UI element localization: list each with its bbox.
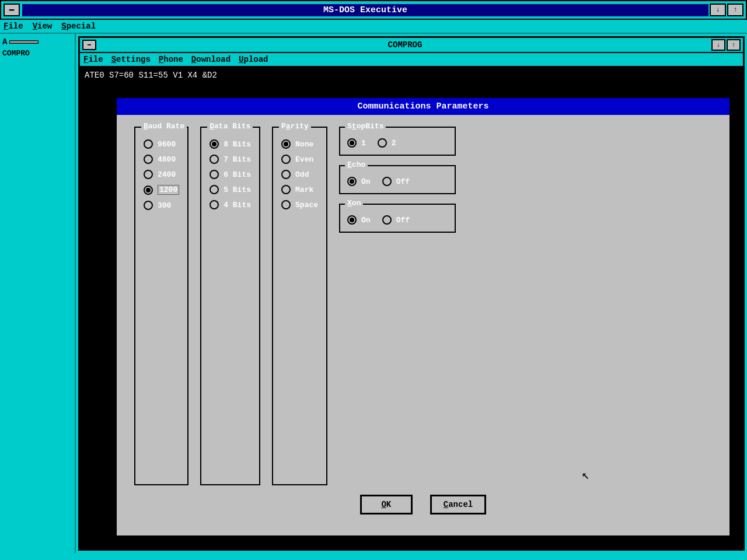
xon-off-radio[interactable] [382, 215, 392, 225]
bits-4[interactable]: 4 Bits [210, 200, 251, 209]
scroll-up-button[interactable]: ↑ [727, 4, 743, 16]
baud-9600-label: 9600 [158, 140, 176, 149]
bits-5-label: 5 Bits [224, 186, 251, 194]
bits-6[interactable]: 6 Bits [210, 170, 251, 179]
parity-space-radio[interactable] [281, 200, 291, 209]
xon-on-label: On [361, 216, 371, 225]
scroll-down-button[interactable]: ↓ [710, 4, 726, 16]
bits-7-label: 7 Bits [224, 155, 251, 164]
xon-on-radio[interactable] [347, 215, 357, 225]
baud-2400[interactable]: 2400 [144, 170, 179, 179]
sub-menu-phone[interactable]: Phone [159, 55, 183, 64]
baud-4800[interactable]: 4800 [144, 155, 179, 164]
sub-system-menu-button[interactable]: ━ [82, 40, 96, 50]
down-arrow-icon: ↓ [715, 6, 720, 14]
sub-scroll-down[interactable]: ↓ [711, 39, 725, 51]
stopbits-1-label: 1 [361, 139, 366, 148]
baud-9600[interactable]: 9600 [144, 139, 179, 149]
parity-odd-radio[interactable] [281, 170, 291, 179]
communications-dialog: Communications Parameters Baud Rate 9600 [115, 96, 731, 537]
bits-7[interactable]: 7 Bits [210, 155, 251, 164]
baud-2400-radio[interactable] [144, 170, 153, 179]
data-bits-label: Data Bits [207, 122, 253, 131]
parity-even[interactable]: Even [281, 155, 318, 164]
bits-7-radio[interactable] [210, 155, 219, 164]
system-menu-button[interactable]: ━ [4, 4, 20, 16]
bits-5-radio[interactable] [210, 185, 219, 194]
parity-none[interactable]: None [281, 139, 318, 149]
parity-none-label: None [295, 140, 313, 149]
app-title: MS-DOS Executive [22, 4, 708, 16]
stopbits-2[interactable]: 2 [378, 138, 396, 148]
sub-scroll-buttons: ↓ ↑ [711, 39, 741, 51]
sidebar: A COMPRO [0, 34, 76, 553]
echo-on-label: On [361, 177, 371, 186]
sub-menu-file[interactable]: File [83, 55, 103, 64]
sub-menu-settings[interactable]: Settings [111, 55, 151, 64]
dialog-body: Baud Rate 9600 4800 2400 [117, 115, 729, 536]
bits-4-radio[interactable] [210, 200, 219, 209]
dialog-footer: OK Cancel [134, 485, 712, 524]
title-bar: ━ MS-DOS Executive ↓ ↑ [0, 0, 747, 20]
baud-300-radio[interactable] [144, 201, 153, 210]
sub-menu-download[interactable]: Download [191, 55, 231, 64]
parity-odd-label: Odd [295, 170, 309, 179]
sub-menu-upload[interactable]: Upload [239, 55, 268, 64]
baud-9600-radio[interactable] [144, 139, 153, 149]
parity-label: Parity [279, 122, 311, 131]
bits-8[interactable]: 8 Bits [210, 139, 251, 149]
menu-special[interactable]: Special [61, 22, 96, 31]
parity-space[interactable]: Space [281, 200, 318, 209]
parity-none-radio[interactable] [281, 139, 291, 149]
parity-mark[interactable]: Mark [281, 185, 318, 194]
stopbits-2-label: 2 [392, 139, 396, 148]
parity-group: Parity None Even Odd [272, 127, 327, 485]
xon-off[interactable]: Off [382, 215, 410, 225]
current-dir: COMPRO [2, 49, 72, 58]
stopbits-options: 1 2 [347, 138, 448, 148]
ok-button[interactable]: OK [360, 495, 413, 514]
stopbits-2-radio[interactable] [378, 138, 387, 148]
command-line: ATE0 S7=60 S11=55 V1 X4 &D2 [85, 71, 738, 80]
bits-6-label: 6 Bits [224, 170, 251, 179]
echo-label: Echo [345, 160, 368, 169]
bits-8-radio[interactable] [210, 139, 219, 149]
bits-8-label: 8 Bits [224, 140, 251, 149]
baud-1200-radio[interactable] [144, 186, 153, 195]
echo-on-radio[interactable] [347, 177, 357, 186]
echo-off[interactable]: Off [382, 177, 410, 186]
comprog-window: ━ COMPROG ↓ ↑ File Settings Phone Downlo… [78, 36, 745, 551]
right-column: StopBits 1 2 [339, 127, 456, 485]
xon-on[interactable]: On [347, 215, 371, 225]
echo-off-radio[interactable] [382, 177, 392, 186]
stopbits-1-radio[interactable] [347, 138, 357, 148]
sub-sys-icon: ━ [88, 41, 91, 48]
sub-scroll-up[interactable]: ↑ [727, 39, 741, 51]
baud-4800-label: 4800 [158, 155, 176, 164]
sub-window-title: COMPROG [99, 40, 711, 50]
bits-6-radio[interactable] [210, 170, 219, 179]
system-menu-icon: ━ [9, 5, 14, 15]
xon-label: Xon [345, 199, 363, 208]
baud-2400-label: 2400 [158, 170, 176, 179]
baud-300[interactable]: 300 [144, 201, 179, 210]
parity-odd[interactable]: Odd [281, 170, 318, 179]
drive-label: A [2, 37, 7, 47]
stopbits-1[interactable]: 1 [347, 138, 366, 148]
baud-1200[interactable]: 1200 [144, 185, 179, 195]
xon-group: Xon On Off [339, 204, 456, 233]
baud-rate-group: Baud Rate 9600 4800 2400 [134, 127, 189, 485]
parity-mark-label: Mark [295, 186, 313, 194]
baud-rate-label: Baud Rate [141, 122, 187, 131]
data-bits-group: Data Bits 8 Bits 7 Bits 6 [200, 127, 260, 485]
parity-mark-radio[interactable] [281, 185, 291, 194]
echo-on[interactable]: On [347, 177, 371, 186]
baud-4800-radio[interactable] [144, 155, 153, 164]
menu-file[interactable]: File [4, 22, 23, 31]
baud-300-label: 300 [158, 201, 171, 210]
parity-even-radio[interactable] [281, 155, 291, 164]
parity-space-label: Space [295, 201, 318, 209]
cancel-button[interactable]: Cancel [430, 495, 486, 514]
menu-view[interactable]: View [33, 22, 53, 31]
bits-5[interactable]: 5 Bits [210, 185, 251, 194]
